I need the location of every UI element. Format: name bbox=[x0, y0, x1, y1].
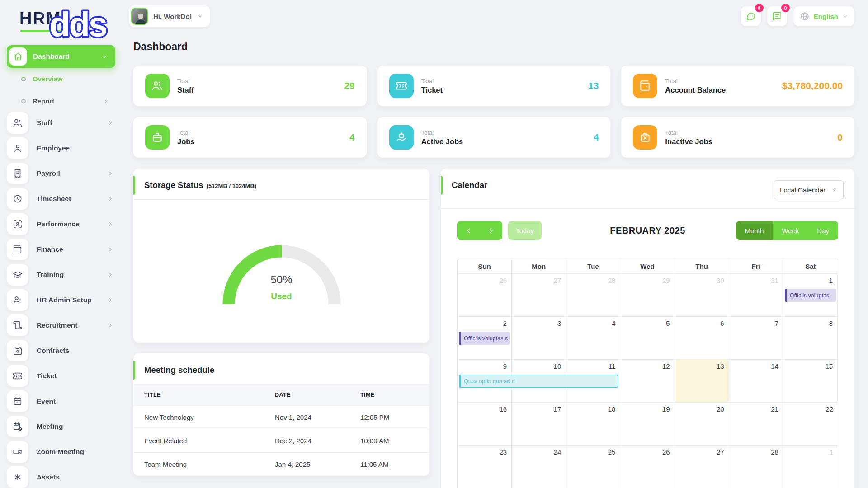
avatar bbox=[131, 8, 148, 25]
calendar-day-cell[interactable]: 18 bbox=[566, 403, 620, 445]
calendar-day-number: 18 bbox=[608, 405, 616, 413]
calendar-day-cell[interactable]: 27 bbox=[675, 446, 729, 488]
calendar-day-header: Tue bbox=[566, 259, 620, 273]
calendar-day-number: 14 bbox=[771, 362, 778, 370]
sidebar-item-meeting[interactable]: Meeting bbox=[7, 416, 115, 437]
sidebar-item-ticket[interactable]: Ticket bbox=[7, 365, 115, 387]
sidebar-item-performance[interactable]: Performance bbox=[7, 213, 115, 235]
chevron-right-icon bbox=[103, 98, 111, 104]
calendar-day-cell[interactable]: 16 bbox=[458, 403, 512, 445]
calendar-day-number: 31 bbox=[771, 277, 778, 284]
sidebar-item-finance[interactable]: Finance bbox=[7, 239, 115, 260]
calendar-day-cell[interactable]: 5 bbox=[620, 317, 675, 359]
calendar-event[interactable]: Officiis voluptas bbox=[785, 289, 836, 302]
calendar-day-header: Thu bbox=[675, 259, 729, 273]
view-button-month[interactable]: Month bbox=[736, 221, 773, 240]
sidebar-item-report[interactable]: Report bbox=[7, 90, 115, 112]
sidebar-item-contracts[interactable]: Contracts bbox=[7, 340, 115, 361]
calendar-day-cell[interactable]: 4 bbox=[566, 317, 620, 359]
sidebar-item-training[interactable]: Training bbox=[7, 264, 115, 286]
left-column: Storage Status (512MB / 1024MB) 50% Used bbox=[133, 169, 429, 476]
calendar-event[interactable]: Officiis voluptas c bbox=[459, 332, 510, 345]
calendar-view-switch: MonthWeekDay bbox=[736, 221, 838, 240]
calendar-day-number: 28 bbox=[771, 448, 778, 456]
app-logo[interactable]: HRM dds bbox=[7, 0, 115, 45]
calendar-toolbar: FEBRUARY 2025 Today MonthWeekDay bbox=[457, 221, 838, 240]
sidebar-item-assets[interactable]: Assets bbox=[7, 466, 115, 488]
stat-label: Jobs bbox=[177, 137, 195, 146]
calendar-day-cell[interactable]: 26 bbox=[620, 446, 675, 488]
language-selector[interactable]: English bbox=[793, 6, 854, 26]
storage-used-label: Used bbox=[212, 291, 352, 301]
sidebar-item-timesheet[interactable]: Timesheet bbox=[7, 188, 115, 210]
view-button-day[interactable]: Day bbox=[808, 221, 838, 240]
table-row[interactable]: Event RelatedDec 2, 202410:00 AM bbox=[133, 429, 429, 452]
clock-icon bbox=[7, 188, 28, 210]
calendar-day-cell[interactable]: 14 bbox=[729, 360, 783, 402]
calendar-event[interactable]: Quos optio quo ad d bbox=[459, 375, 618, 388]
messages-button[interactable]: 0 bbox=[741, 6, 761, 26]
dot-circle-icon bbox=[21, 99, 26, 103]
chevron-down-icon bbox=[197, 13, 203, 19]
user-menu[interactable]: Hi, WorkDo! bbox=[129, 5, 210, 27]
calendar-day-cell[interactable]: 23 bbox=[458, 446, 512, 488]
globe-icon bbox=[800, 11, 810, 21]
calendar-day-number: 1 bbox=[829, 277, 833, 284]
calendar-day-cell[interactable]: 30 bbox=[675, 274, 729, 316]
calendar-day-number: 30 bbox=[717, 277, 724, 284]
calendar-day-cell[interactable]: 22 bbox=[783, 403, 838, 445]
calendar-day-cell[interactable]: 28 bbox=[729, 446, 783, 488]
calendar-day-cell[interactable]: 19 bbox=[620, 403, 675, 445]
meeting-date-cell: Jan 4, 2025 bbox=[275, 453, 360, 476]
stat-prefix: Total bbox=[421, 78, 443, 84]
calendar-day-cell[interactable]: 21 bbox=[729, 403, 783, 445]
sidebar-item-recruitment[interactable]: Recruitment bbox=[7, 314, 115, 336]
sidebar-item-overview[interactable]: Overview bbox=[7, 68, 115, 90]
today-button[interactable]: Today bbox=[508, 221, 542, 240]
sidebar-item-staff[interactable]: Staff bbox=[7, 112, 115, 134]
sidebar-item-employee[interactable]: Employee bbox=[7, 137, 115, 159]
calendar-day-cell[interactable]: 1 bbox=[783, 446, 838, 488]
prev-month-button[interactable] bbox=[457, 221, 480, 240]
calendar-day-cell[interactable]: 29 bbox=[620, 274, 675, 316]
table-row[interactable]: New TechnologyNov 1, 202412:05 PM bbox=[133, 405, 429, 429]
calendar-day-cell[interactable]: 12 bbox=[620, 360, 675, 402]
calendar-day-number: 9 bbox=[503, 362, 507, 370]
calendar-day-cell[interactable]: 3 bbox=[512, 317, 566, 359]
ticket-icon bbox=[7, 365, 28, 387]
calendar-day-cell[interactable]: 27 bbox=[512, 274, 566, 316]
stat-card-jobs: TotalJobs4 bbox=[133, 117, 367, 158]
calendar-day-cell[interactable]: 20 bbox=[675, 403, 729, 445]
sidebar-item-dashboard[interactable]: Dashboard bbox=[7, 45, 115, 68]
sidebar-nav: DashboardOverviewReportStaffEmployeePayr… bbox=[7, 45, 115, 488]
meeting-title-cell: Team Meeting bbox=[133, 453, 275, 476]
calendar-day-cell[interactable]: 24 bbox=[512, 446, 566, 488]
sidebar-item-label: Contracts bbox=[37, 347, 69, 355]
graduation-icon bbox=[7, 264, 28, 286]
calendar-day-number: 20 bbox=[717, 405, 724, 413]
calendar-day-number: 25 bbox=[608, 448, 616, 456]
calendar-day-cell[interactable]: 13 bbox=[675, 360, 729, 402]
sidebar-item-label: Staff bbox=[37, 119, 52, 127]
calendar-day-cell[interactable]: 7 bbox=[729, 317, 783, 359]
calendar-day-cell[interactable]: 31 bbox=[729, 274, 783, 316]
notifications-button[interactable]: 0 bbox=[767, 6, 787, 26]
calendar-day-number: 5 bbox=[666, 319, 670, 327]
calendar-source-select[interactable]: Local Calendar bbox=[774, 180, 844, 199]
calendar-day-cell[interactable]: 15 bbox=[783, 360, 838, 402]
table-row[interactable]: Team MeetingJan 4, 202511:05 AM bbox=[133, 452, 429, 476]
next-month-button[interactable] bbox=[480, 221, 502, 240]
calendar-day-cell[interactable]: 8 bbox=[783, 317, 838, 359]
calendar-day-cell[interactable]: 25 bbox=[566, 446, 620, 488]
sidebar-item-hr-admin-setup[interactable]: HR Admin Setup bbox=[7, 289, 115, 311]
calendar-day-cell[interactable]: 26 bbox=[458, 274, 512, 316]
sidebar-item-event[interactable]: Event bbox=[7, 390, 115, 412]
calendar-day-cell[interactable]: 17 bbox=[512, 403, 566, 445]
calendar-day-headers: SunMonTueWedThuFriSat bbox=[458, 259, 838, 273]
sidebar-item-zoom-meeting[interactable]: Zoom Meeting bbox=[7, 441, 115, 463]
sidebar-item-payroll[interactable]: Payroll bbox=[7, 163, 115, 184]
sidebar-item-label: HR Admin Setup bbox=[37, 296, 92, 304]
calendar-day-cell[interactable]: 28 bbox=[566, 274, 620, 316]
calendar-day-cell[interactable]: 6 bbox=[675, 317, 729, 359]
view-button-week[interactable]: Week bbox=[773, 221, 808, 240]
